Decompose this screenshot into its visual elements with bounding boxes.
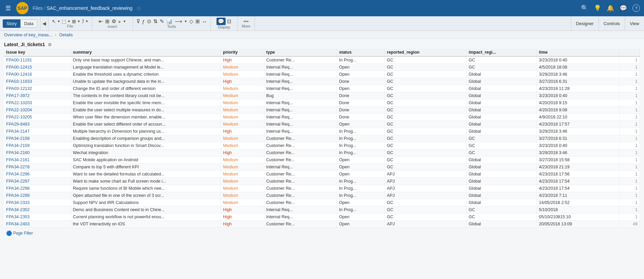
- table-cell-11-8[interactable]: 1: [620, 135, 640, 142]
- table-insert-icon[interactable]: ⊞: [105, 18, 110, 24]
- table-cell-21-2[interactable]: High: [221, 206, 264, 213]
- table-cell-10-3[interactable]: Internal Req...: [264, 128, 337, 135]
- table-cell-0-5[interactable]: GC: [385, 56, 467, 64]
- chevron-icon[interactable]: ▼: [184, 20, 187, 23]
- table-cell-11-7[interactable]: 3/27/2018 6:31: [537, 135, 620, 142]
- table-cell-17-2[interactable]: Medium: [221, 178, 264, 185]
- table-cell-3-1[interactable]: Unable to update the background data in …: [71, 78, 221, 85]
- filter-insert-icon[interactable]: ⚙: [112, 18, 116, 24]
- table-cell-17-4[interactable]: In Prog...: [337, 178, 385, 185]
- table-cell-6-5[interactable]: GC: [385, 99, 467, 107]
- table-cell-4-6[interactable]: Global: [467, 85, 537, 92]
- table-cell-11-6[interactable]: GC: [467, 135, 537, 142]
- table-cell-10-5[interactable]: GC: [385, 128, 467, 135]
- table-cell-18-6[interactable]: Global: [467, 185, 537, 192]
- table-cell-2-8[interactable]: 1: [620, 71, 640, 78]
- table-cell-0-6[interactable]: GC: [467, 56, 537, 64]
- table-cell-9-0[interactable]: FPA29-8483: [4, 121, 71, 128]
- table-cell-14-8[interactable]: 1: [620, 156, 640, 164]
- table-cell-20-1[interactable]: Support NPV and IRR Calculations: [71, 199, 221, 206]
- table-cell-5-2[interactable]: Medium: [221, 92, 264, 99]
- table-cell-15-5[interactable]: GC: [385, 164, 467, 171]
- table-cell-8-4[interactable]: Done: [337, 114, 385, 121]
- table-cell-1-7[interactable]: 4/5/2018 18:08: [537, 64, 620, 71]
- table-cell-13-1[interactable]: Wechat integration: [71, 149, 221, 156]
- table-cell-5-6[interactable]: Global: [467, 92, 537, 99]
- grid-icon[interactable]: ⊞: [72, 19, 76, 24]
- table-cell-2-3[interactable]: Internal Req...: [264, 71, 337, 78]
- story-tab[interactable]: Story: [3, 19, 20, 28]
- table-cell-2-0[interactable]: FPA00-12416: [4, 71, 71, 78]
- table-cell-9-4[interactable]: Open: [337, 121, 385, 128]
- table-cell-5-7[interactable]: 3/23/2018 0:40: [537, 92, 620, 99]
- table-cell-1-3[interactable]: Internal Req...: [264, 64, 337, 71]
- table-cell-4-4[interactable]: Open: [337, 85, 385, 92]
- table-cell-12-1[interactable]: Optimizing translation function in Smart…: [71, 142, 221, 149]
- table-cell-14-0[interactable]: FPA34-2161: [4, 156, 71, 164]
- select-chevron-icon[interactable]: ▼: [68, 20, 71, 23]
- help-icon[interactable]: ?: [632, 4, 640, 12]
- table-cell-13-8[interactable]: 1: [620, 149, 640, 156]
- table-cell-1-0[interactable]: FPA00-12415: [4, 64, 71, 71]
- share-icon[interactable]: ⤴: [82, 19, 84, 24]
- table-cell-7-8[interactable]: 1: [620, 107, 640, 114]
- table-cell-8-7[interactable]: 4/9/2018 22:10: [537, 114, 620, 121]
- table-cell-20-5[interactable]: GC: [385, 199, 467, 206]
- table-cell-2-7[interactable]: 3/29/2018 3:46: [537, 71, 620, 78]
- table-cell-4-0[interactable]: FPA03-12132: [4, 85, 71, 92]
- table-cell-21-1[interactable]: Demo and Bussiness Content need to in Ch…: [71, 206, 221, 213]
- collapse-panel-btn[interactable]: ◀: [40, 16, 49, 31]
- table-cell-19-0[interactable]: FPA34-2299: [4, 192, 71, 199]
- share-chevron-icon[interactable]: ▼: [86, 20, 89, 23]
- table-cell-6-4[interactable]: Done: [337, 99, 385, 107]
- table-cell-12-6[interactable]: GC: [467, 142, 537, 149]
- table-cell-18-3[interactable]: Customer Re...: [264, 185, 337, 192]
- select-icon[interactable]: ⬚: [62, 19, 66, 24]
- table-cell-9-7[interactable]: 4/23/2018 17:57: [537, 121, 620, 128]
- funnel-icon[interactable]: ⊽: [136, 18, 140, 24]
- plus-chevron-icon[interactable]: ▼: [123, 20, 126, 23]
- table-cell-1-2[interactable]: Medium: [221, 64, 264, 71]
- more-section[interactable]: ••• More: [238, 16, 255, 31]
- table-cell-1-8[interactable]: 1: [620, 64, 640, 71]
- table-cell-18-5[interactable]: APJ: [385, 185, 467, 192]
- data-tab[interactable]: Data: [20, 19, 37, 28]
- table-cell-14-7[interactable]: 3/27/2018 15:58: [537, 156, 620, 164]
- table-cell-4-5[interactable]: GC: [385, 85, 467, 92]
- table-cell-6-0[interactable]: FPA22-10203: [4, 99, 71, 107]
- table-cell-15-0[interactable]: FPA34-2278: [4, 164, 71, 171]
- table-cell-8-3[interactable]: Internal Req...: [264, 114, 337, 121]
- table-cell-6-1[interactable]: Enable the user invisible the specific t…: [71, 99, 221, 107]
- table-cell-3-4[interactable]: Done: [337, 78, 385, 85]
- table-cell-4-8[interactable]: 1: [620, 85, 640, 92]
- table-cell-7-0[interactable]: FPA22-10204: [4, 107, 71, 114]
- display-table-icon[interactable]: ⊡: [227, 18, 231, 24]
- view-tab[interactable]: View: [625, 16, 644, 31]
- table-cell-21-3[interactable]: Internal Req...: [264, 206, 337, 213]
- table-cell-3-2[interactable]: High: [221, 78, 264, 85]
- table-cell-18-2[interactable]: Medium: [221, 185, 264, 192]
- table-cell-13-6[interactable]: GC: [467, 149, 537, 156]
- table-cell-15-1[interactable]: Compare to top 5 with different KPI: [71, 164, 221, 171]
- controls-tab[interactable]: Controls: [599, 16, 625, 31]
- table-cell-7-2[interactable]: Medium: [221, 107, 264, 114]
- designer-tab[interactable]: Designer: [571, 16, 599, 31]
- table-cell-8-1[interactable]: When user filter the dimension member, e…: [71, 114, 221, 121]
- table-cell-7-5[interactable]: GC: [385, 107, 467, 114]
- table-cell-15-6[interactable]: Global: [467, 164, 537, 171]
- table-cell-14-4[interactable]: Open: [337, 156, 385, 164]
- table-cell-0-7[interactable]: 3/23/2018 0:40: [537, 56, 620, 64]
- table-cell-18-7[interactable]: 4/23/2018 17:54: [537, 185, 620, 192]
- table-cell-11-1[interactable]: Enabling description of comparison group…: [71, 135, 221, 142]
- table-cell-16-4[interactable]: Open: [337, 171, 385, 178]
- table-cell-16-7[interactable]: 4/23/2018 17:56: [537, 171, 620, 178]
- table-cell-1-4[interactable]: Open: [337, 64, 385, 71]
- table-cell-14-3[interactable]: Customer Re...: [264, 156, 337, 164]
- table-cell-5-4[interactable]: Done: [337, 92, 385, 99]
- table-cell-10-7[interactable]: 3/29/2018 3:46: [537, 128, 620, 135]
- table-cell-19-6[interactable]: Global: [467, 192, 537, 199]
- table-cell-6-2[interactable]: Medium: [221, 99, 264, 107]
- table-cell-8-5[interactable]: GC: [385, 114, 467, 121]
- table-cell-17-1[interactable]: Want to make some chart as Full screen m…: [71, 178, 221, 185]
- table-cell-8-8[interactable]: 1: [620, 114, 640, 121]
